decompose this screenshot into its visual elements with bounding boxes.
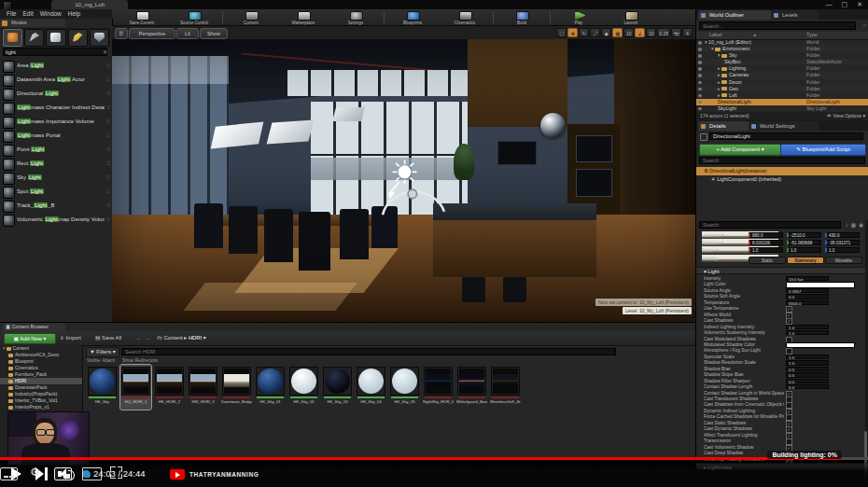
grid-snap-toggle[interactable]: ▦ [612,28,623,37]
filter-chip-show-redirectors[interactable]: Show Redirectors [122,358,158,363]
lit-button[interactable]: Lit [176,28,199,39]
place-actor-spot-light[interactable]: Spot Light≡ [0,185,112,199]
asset-hk-sky-02[interactable]: HK_Sky_02 [288,365,319,410]
mobility-static-button[interactable]: Static [749,257,786,264]
visibility-eye-icon[interactable] [698,54,702,58]
camera-speed-icon[interactable]: 📷 [671,28,681,37]
place-actor-point-light[interactable]: Point Light≡ [0,143,112,157]
toolbar-save-current-button[interactable]: Save Current [116,10,168,25]
tab-levels[interactable]: Levels [771,10,819,20]
details-grid-icon[interactable]: ▦ [851,222,856,228]
fullscreen-button[interactable] [110,466,122,479]
outliner-row-decor[interactable]: ▸ DecorFolder [696,79,868,86]
tab-details[interactable]: Details [698,121,749,131]
transform-rotation-z-field[interactable]: -35.031371 [825,240,860,245]
window-controls[interactable]: — ▢ ✕ [826,0,866,9]
visibility-eye-icon[interactable] [698,48,702,51]
prop-value-field[interactable]: 1.0 [786,330,829,335]
add-new-button[interactable]: ▣ Add New ▾ [4,333,56,344]
menu-file[interactable]: File [7,10,16,17]
asset-hq-hdri-1[interactable]: HQ_HDRI_1 [120,365,151,410]
details-eye-icon[interactable]: ◉ [859,222,863,228]
place-actor-track-light-b[interactable]: Track_Light_B≡ [0,199,112,213]
category-feather[interactable] [68,29,88,47]
folder-industry-propspack[interactable]: Industry(PropsPack) [0,391,82,397]
asset-moonlessgolf-4k[interactable]: MoonlessGolf_4k [490,365,521,410]
asset-search-input[interactable] [121,348,616,355]
folder-furniture-pack[interactable]: Furniture_Pack [0,371,82,378]
visibility-eye-icon[interactable] [698,101,702,104]
rotation-snap-value[interactable]: 10 [646,28,656,37]
clear-search-icon[interactable]: ✕ [103,49,107,55]
import-button[interactable]: ⇓ Import [60,333,81,342]
outliner-row-directionallight[interactable]: DirectionalLightDirectionalLight [696,99,868,105]
outliner-filter-icon[interactable]: ⌕ [863,22,866,29]
add-component-button[interactable]: + Add Component ▾ [699,144,781,156]
category-foliage[interactable] [46,29,65,47]
rotate-tool-button[interactable]: ↻ [579,28,589,37]
tab-world-outliner[interactable]: World Outliner [698,10,772,20]
place-actor-lightmass-importance-volume[interactable]: Lightmass Importance Volume≡ [0,115,112,129]
filters-button[interactable]: ▼ Filters ▾ [86,347,119,357]
prop-value-field[interactable]: 10.0 lux [786,276,829,281]
viewport-options-icon[interactable]: ☰ [115,28,128,39]
folder-cinematics[interactable]: Cinematics [0,365,82,371]
viewport-scene[interactable] [112,39,695,322]
content-browser-tab[interactable]: ▣ Content Browser [2,323,65,331]
miniplayer-button[interactable] [54,467,72,480]
back-button[interactable]: ← [136,333,142,342]
asset-hk-sky[interactable]: HK_Sky [87,365,118,410]
place-actors-search-input[interactable] [3,48,107,56]
transform-rotation-y-field[interactable]: -51.083668 [787,240,821,245]
transform-location-x-field[interactable]: 880.0 [749,232,783,238]
prop-value-field[interactable]: 1.0 [786,360,829,365]
lock-icon[interactable] [700,133,707,141]
outliner-row-skybox[interactable]: SkyBoxStaticMeshActor [696,59,868,65]
folder-ambienceaca-deco[interactable]: AmbienceACA_Deco [0,352,82,358]
asset-hw-hdri-3[interactable]: HW_HDRI_3 [188,365,218,410]
subtitles-button[interactable] [0,467,18,480]
folder-blueprint[interactable]: Blueprint [0,358,82,365]
toolbar-content-button[interactable]: Content [225,10,277,25]
component-lightcomponent0-inherited[interactable]: ☀ LightComponent0 (Inherited) [696,175,868,184]
asset-hk-sky-01[interactable]: HK_Sky_01 [255,365,286,410]
prop-value-field[interactable]: 0.0 [786,384,829,389]
asset-nightsky-hdr-06[interactable]: NightSky_HDR_06 [423,365,454,410]
breadcrumb[interactable]: 🗀 Content ▸ HDRI ▾ [157,333,206,342]
outliner-search-input[interactable] [699,21,856,30]
transform-location-y-field[interactable]: -2510.0 [787,232,821,238]
component-search-input[interactable] [699,157,865,164]
select-tool-button[interactable]: ▢ [556,28,567,37]
outliner-row-cameras[interactable]: ▸ CamerasFolder [696,72,868,78]
place-actor-directional-light[interactable]: Directional Light≡ [0,87,112,101]
prop-value-field[interactable]: 0.5357 [786,288,829,293]
component-directionallight-instance[interactable]: ⚙ DirectionalLight(Instance) [696,167,868,175]
rotation-snap-toggle[interactable]: ∠ [635,28,645,37]
visibility-eye-icon[interactable] [698,88,702,91]
visibility-eye-icon[interactable] [698,41,702,45]
actor-name-field[interactable] [709,132,863,140]
modes-tab[interactable]: Modes [0,19,65,27]
mobility-movable-button[interactable]: Movable [825,257,862,264]
prop-value-field[interactable]: 0.5 [786,367,829,371]
transform-scale-y-field[interactable]: 1.0 [787,247,821,253]
settings-button[interactable]: ⚙ [30,466,773,479]
transform-location-z-field[interactable]: 430.0 [825,232,860,238]
column-label[interactable]: Label [709,32,721,37]
menu-help[interactable]: Help [68,10,80,17]
visibility-eye-icon[interactable] [698,74,702,77]
asset-downtown-bridge-4k[interactable]: Downtown_Bridge_4k [221,365,252,410]
filter-chip-visible-attach[interactable]: Visible: Attach [87,358,115,363]
window-tab[interactable]: 10_mg_Loft [51,0,128,9]
tab-world-settings[interactable]: World Settings [749,121,819,131]
toolbar-settings-button[interactable]: Settings [329,10,382,25]
place-actor-rect-light[interactable]: Rect Light≡ [0,157,112,171]
toolbar-build-button[interactable]: Build [496,10,548,25]
level-viewport[interactable]: ☰ Perspective Lit Show ▢ ✥ ↻ ⤢ ◉ ▦ 10 ∠ … [112,26,695,322]
perspective-button[interactable]: Perspective [129,28,175,39]
prop-value-field[interactable]: 0.0 [786,294,829,299]
scale-snap-value[interactable]: 0.25 [657,28,670,37]
light-section-header[interactable]: ▾ Light [696,267,868,274]
camera-speed-value[interactable]: 4 [682,28,693,37]
category-paint[interactable] [24,29,44,47]
